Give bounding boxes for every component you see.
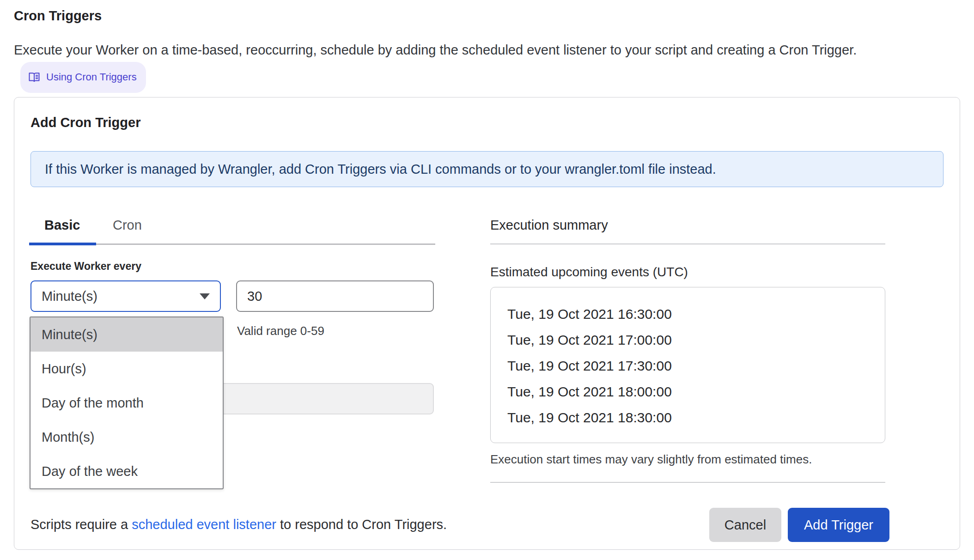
interval-unit-dropdown-menu: Minute(s) Hour(s) Day of the month Month… <box>30 317 224 489</box>
event-row: Tue, 19 Oct 2021 17:30:00 <box>507 353 885 379</box>
tab-cron[interactable]: Cron <box>113 218 142 233</box>
chevron-down-icon <box>200 293 210 299</box>
interval-helper-text: Valid range 0-59 <box>237 324 324 338</box>
card-title: Add Cron Trigger <box>30 115 140 130</box>
footer-requirement-text: Scripts require a scheduled event listen… <box>30 517 447 532</box>
cron-triggers-page: Cron Triggers Execute your Worker on a t… <box>0 0 974 560</box>
dropdown-option-day-of-week[interactable]: Day of the week <box>30 454 223 488</box>
wrangler-info-banner: If this Worker is managed by Wrangler, a… <box>30 151 944 187</box>
wrangler-info-banner-text: If this Worker is managed by Wrangler, a… <box>45 162 716 177</box>
execution-summary-divider <box>490 243 885 244</box>
cancel-button[interactable]: Cancel <box>709 508 781 542</box>
interval-unit-select-value: Minute(s) <box>42 289 97 304</box>
tab-basic[interactable]: Basic <box>44 218 80 233</box>
footer-text-suffix: to respond to Cron Triggers. <box>276 517 447 532</box>
event-row: Tue, 19 Oct 2021 17:00:00 <box>507 327 885 353</box>
event-row: Tue, 19 Oct 2021 18:00:00 <box>507 379 885 405</box>
page-description: Execute your Worker on a time-based, reo… <box>14 38 926 93</box>
dropdown-option-minutes[interactable]: Minute(s) <box>30 317 223 352</box>
estimated-events-label: Estimated upcoming events (UTC) <box>490 265 688 280</box>
execution-summary-heading: Execution summary <box>490 218 608 233</box>
page-description-text: Execute your Worker on a time-based, reo… <box>14 43 857 57</box>
dropdown-option-day-of-month[interactable]: Day of the month <box>30 386 223 420</box>
dropdown-option-hours[interactable]: Hour(s) <box>30 352 223 386</box>
active-tab-indicator <box>29 243 96 245</box>
using-cron-triggers-label: Using Cron Triggers <box>46 65 137 89</box>
scheduled-event-listener-link[interactable]: scheduled event listener <box>132 517 276 532</box>
add-cron-trigger-card: Add Cron Trigger If this Worker is manag… <box>14 97 960 550</box>
execute-worker-every-label: Execute Worker every <box>30 260 141 273</box>
dropdown-option-months[interactable]: Month(s) <box>30 420 223 454</box>
using-cron-triggers-link[interactable]: Using Cron Triggers <box>20 62 146 93</box>
interval-unit-select[interactable]: Minute(s) <box>30 280 221 312</box>
interval-value-input[interactable] <box>236 280 434 312</box>
page-title: Cron Triggers <box>14 8 102 24</box>
estimated-events-box: Tue, 19 Oct 2021 16:30:00 Tue, 19 Oct 20… <box>490 287 885 443</box>
book-icon <box>28 71 41 84</box>
summary-bottom-divider <box>490 482 885 483</box>
event-row: Tue, 19 Oct 2021 18:30:00 <box>507 405 885 431</box>
add-trigger-button[interactable]: Add Trigger <box>788 508 889 542</box>
event-row: Tue, 19 Oct 2021 16:30:00 <box>507 301 885 327</box>
footer-text-prefix: Scripts require a <box>30 517 132 532</box>
execution-note: Execution start times may vary slightly … <box>490 452 812 467</box>
